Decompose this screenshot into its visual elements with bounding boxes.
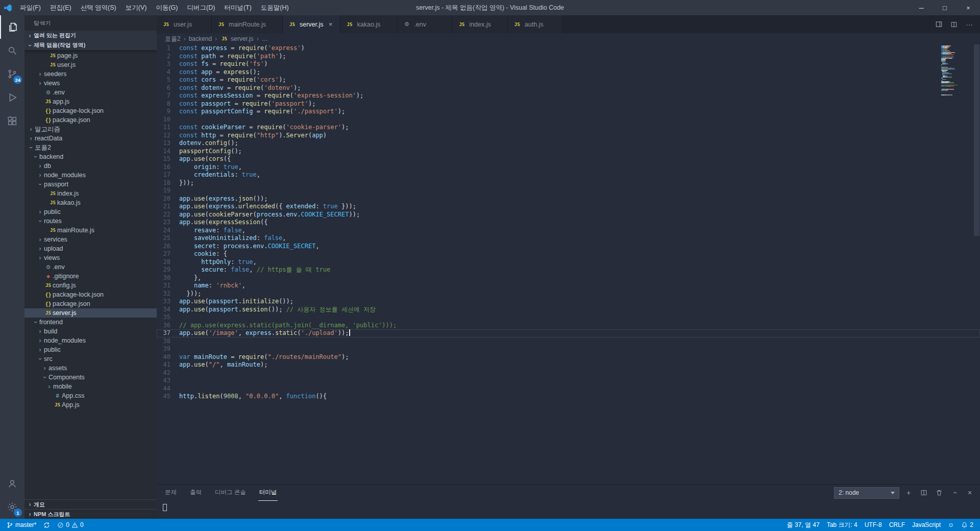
file-item[interactable]: ⚙.env <box>24 262 157 272</box>
folder-item[interactable]: ›public <box>24 207 157 216</box>
minimize-button[interactable]: ─ <box>910 0 933 15</box>
folder-item[interactable]: ›mobile <box>24 382 157 391</box>
kill-terminal-icon[interactable] <box>933 487 945 499</box>
folder-item[interactable]: ›upload <box>24 244 157 253</box>
folder-item[interactable]: ›src <box>24 354 157 364</box>
code-line[interactable]: 16 origin: true, <box>157 163 980 172</box>
folder-item[interactable]: ›public <box>24 345 157 354</box>
file-item[interactable]: JSkakao.js <box>24 198 157 207</box>
git-branch-button[interactable]: master* <box>3 519 40 531</box>
file-item[interactable]: JSserver.js <box>24 308 157 318</box>
code-line[interactable]: 23app.use(expressSession({ <box>157 219 980 227</box>
code-line[interactable]: 45http.listen(9008, "0.0.0.0", function(… <box>157 393 980 401</box>
source-control-icon[interactable]: 24 <box>0 62 24 86</box>
code-line[interactable]: 5const cors = require('cors'); <box>157 76 980 84</box>
file-item[interactable]: JSuser.js <box>24 60 157 69</box>
code-line[interactable]: 21app.use(express.urlencoded({ extended:… <box>157 203 980 211</box>
settings-icon[interactable]: 1 <box>0 495 24 519</box>
code-line[interactable]: 43 <box>157 377 980 385</box>
cursor-position[interactable]: 줄 37, 열 47 <box>783 519 823 531</box>
code-line[interactable]: 1const express = require('express') <box>157 44 980 53</box>
tab-user-js[interactable]: JSuser.js <box>157 15 212 33</box>
file-item[interactable]: JSApp.js <box>24 400 157 409</box>
code-editor[interactable]: 1const express = require('express')2cons… <box>157 44 980 484</box>
code-line[interactable]: 24 resave: false, <box>157 227 980 235</box>
extensions-icon[interactable] <box>0 109 24 133</box>
panel-tab-terminal[interactable]: 터미널 <box>258 485 278 501</box>
code-line[interactable]: 32 })); <box>157 290 980 298</box>
maximize-panel-icon[interactable]: › <box>948 487 961 499</box>
code-line[interactable]: 25 saveUninitialized: false, <box>157 234 980 243</box>
tab--env[interactable]: ⚙.env <box>397 15 452 33</box>
npm-scripts-section[interactable]: › NPM 스크립트 <box>24 509 157 519</box>
folder-item[interactable]: ›routes <box>24 216 157 226</box>
folder-item[interactable]: ›node_modules <box>24 336 157 345</box>
code-line[interactable]: 10 <box>157 116 980 124</box>
code-line[interactable]: 11const cookieParser = require('cookie-p… <box>157 124 980 132</box>
folder-item[interactable]: ›Components <box>24 373 157 382</box>
code-line[interactable]: 31 name: 'rnbck', <box>157 282 980 290</box>
folder-item[interactable]: ›reactData <box>24 134 157 143</box>
breadcrumb-item[interactable]: backend <box>188 35 213 42</box>
folder-item[interactable]: ›assets <box>24 364 157 373</box>
code-line[interactable]: 36// app.use(express.static(path.join(__… <box>157 322 980 330</box>
folder-item[interactable]: ›frontend <box>24 318 157 327</box>
code-line[interactable]: 4const app = express(); <box>157 68 980 77</box>
code-line[interactable]: 26 secret: process.env.COOKIE_SECRET, <box>157 243 980 251</box>
language-mode[interactable]: JavaScript <box>909 519 944 531</box>
file-item[interactable]: JSapp.js <box>24 97 157 106</box>
toggle-layout-icon[interactable] <box>932 18 945 31</box>
panel-tab-output[interactable]: 출력 <box>189 485 203 501</box>
more-actions-icon[interactable]: ··· <box>963 18 976 31</box>
outline-section[interactable]: › 개요 <box>24 499 157 509</box>
code-line[interactable]: 8const passport = require('passport'); <box>157 100 980 108</box>
menu-item[interactable]: 도움말(H) <box>256 0 293 15</box>
split-editor-icon[interactable] <box>947 18 961 31</box>
code-line[interactable]: 42 <box>157 369 980 377</box>
folder-item[interactable]: ›backend <box>24 152 157 161</box>
code-line[interactable]: 34app.use(passport.session()); // 사용자 정보… <box>157 306 980 314</box>
breadcrumb-item[interactable]: 포폴2 <box>164 35 182 43</box>
folder-item[interactable]: ›seeders <box>24 69 157 79</box>
code-line[interactable]: 14passportConfig(); <box>157 148 980 156</box>
open-editors-section[interactable]: › 열려 있는 편집기 <box>24 31 157 40</box>
debug-icon[interactable] <box>0 86 24 109</box>
close-panel-icon[interactable]: × <box>964 487 976 499</box>
sync-button[interactable] <box>40 519 54 531</box>
code-line[interactable]: 37app.use('/image', express.static('./up… <box>157 329 980 337</box>
folder-item[interactable]: ›views <box>24 79 157 88</box>
folder-item[interactable]: ›passport <box>24 180 157 189</box>
notifications-button[interactable]: 2 <box>958 519 977 531</box>
code-line[interactable]: 30 }, <box>157 274 980 282</box>
code-line[interactable]: 41app.use("/", mainRoute); <box>157 361 980 369</box>
split-terminal-icon[interactable] <box>918 487 930 499</box>
restore-button[interactable]: □ <box>933 0 957 15</box>
code-line[interactable]: 44 <box>157 385 980 393</box>
menu-item[interactable]: 보기(V) <box>121 0 152 15</box>
file-item[interactable]: JSconfig.js <box>24 281 157 290</box>
code-line[interactable]: 22app.use(cookieParser(process.env.COOKI… <box>157 211 980 219</box>
menu-item[interactable]: 이동(G) <box>151 0 182 15</box>
file-item[interactable]: {}package.json <box>24 115 157 125</box>
problems-button[interactable]: 0 0 <box>54 519 87 531</box>
search-icon[interactable] <box>0 39 24 62</box>
new-terminal-icon[interactable]: + <box>902 487 915 499</box>
code-line[interactable]: 29 secure: false, // https를 쓸 때 true <box>157 266 980 274</box>
accounts-icon[interactable] <box>0 472 24 495</box>
close-window-button[interactable]: × <box>957 0 980 15</box>
menu-item[interactable]: 디버그(D) <box>183 0 220 15</box>
code-line[interactable]: 27 cookie: { <box>157 250 980 258</box>
terminal-content[interactable] <box>157 501 980 519</box>
breadcrumb-item[interactable]: … <box>261 35 269 42</box>
code-line[interactable]: 33app.use(passport.initialize()); <box>157 298 980 306</box>
file-item[interactable]: {}package-lock.json <box>24 106 157 115</box>
code-line[interactable]: 28 httpOnly: true, <box>157 258 980 267</box>
workspace-section[interactable]: › 제목 없음(작업 영역) <box>24 40 157 50</box>
file-item[interactable]: #App.css <box>24 391 157 400</box>
code-line[interactable]: 18})); <box>157 179 980 187</box>
file-item[interactable]: JSpage.js <box>24 51 157 60</box>
folder-item[interactable]: ›db <box>24 161 157 171</box>
folder-item[interactable]: ›node_modules <box>24 171 157 180</box>
editor-scrollbar[interactable] <box>974 44 979 236</box>
tab-kakao-js[interactable]: JSkakao.js <box>340 15 398 33</box>
